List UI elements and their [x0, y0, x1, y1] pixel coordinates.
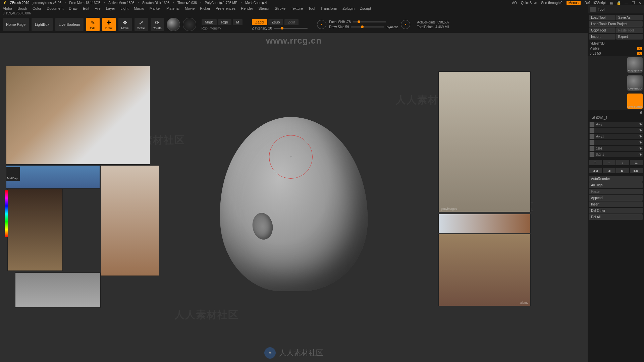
- draw-size-control[interactable]: [401, 20, 410, 29]
- menu-marker[interactable]: Marker: [150, 6, 161, 10]
- nav-prev-button[interactable]: ◀: [603, 168, 616, 173]
- reference-image-1[interactable]: [6, 66, 150, 165]
- focal-shift-control[interactable]: [317, 20, 326, 29]
- export-button[interactable]: Export: [616, 34, 643, 40]
- paste-tool-button[interactable]: Paste Tool: [616, 27, 643, 33]
- menu-color[interactable]: Color: [33, 6, 41, 10]
- load-from-project-button[interactable]: Load Tools From Project: [589, 21, 643, 27]
- menu-draw[interactable]: Draw: [69, 6, 77, 10]
- reference-image-6[interactable]: gettyimages: [438, 71, 531, 212]
- menu-movie[interactable]: Movie: [185, 6, 195, 10]
- move-up-all-button[interactable]: ⇈: [589, 160, 602, 165]
- matcap-thumbnail[interactable]: MatCap: [6, 167, 20, 181]
- quicksave-button[interactable]: QuickSave: [521, 1, 537, 5]
- menu-alpha[interactable]: Alpha: [3, 6, 12, 10]
- subtool-history-row[interactable]: story👁: [589, 122, 643, 127]
- seethrough-slider[interactable]: See-through 0: [541, 1, 562, 5]
- focal-shift-slider[interactable]: Focal Shift -78: [329, 20, 398, 24]
- subtool-item[interactable]: i-v6-02b1_1: [590, 116, 642, 120]
- default-zscript[interactable]: DefaultZScript: [585, 1, 606, 5]
- nav-prev-all-button[interactable]: ◀◀: [589, 168, 602, 173]
- load-tool-button[interactable]: Load Tool: [589, 15, 615, 20]
- paste-button[interactable]: Paste: [589, 189, 643, 194]
- menu-texture[interactable]: Texture: [291, 6, 303, 10]
- draw-mode-button[interactable]: ✚Draw: [102, 18, 116, 31]
- home-page-button[interactable]: Home Page: [3, 18, 29, 31]
- subtool-history-row[interactable]: 👁: [589, 128, 643, 133]
- visible-toggle[interactable]: Visible: [590, 47, 636, 50]
- menu-file[interactable]: File: [95, 6, 101, 10]
- del-all-button[interactable]: Del All: [589, 214, 643, 220]
- m-button[interactable]: M: [233, 19, 243, 25]
- menus-toggle[interactable]: Menus: [567, 1, 581, 5]
- all-high-button[interactable]: All High: [589, 182, 643, 188]
- reference-image-4[interactable]: [101, 165, 159, 276]
- zadd-button[interactable]: Zadd: [252, 19, 267, 25]
- reference-image-5[interactable]: [15, 273, 101, 308]
- perspective-button[interactable]: [183, 18, 196, 31]
- scale-mode-button[interactable]: ⤢Scale: [135, 18, 148, 31]
- zcut-button[interactable]: Zcut: [284, 19, 298, 25]
- live-boolean-button[interactable]: Live Boolean: [55, 18, 84, 31]
- menu-material[interactable]: Material: [166, 6, 179, 10]
- auto-reorder-button[interactable]: AutoReorder: [589, 176, 643, 182]
- minimize-icon[interactable]: —: [625, 1, 628, 5]
- eye-icon[interactable]: 👁: [639, 153, 642, 157]
- move-down-button[interactable]: ↓: [616, 160, 629, 165]
- color-picker-strip[interactable]: [5, 190, 8, 237]
- insert-button[interactable]: Insert: [589, 201, 643, 207]
- rgb-button[interactable]: Rgb: [218, 19, 231, 25]
- r-button-2[interactable]: R: [637, 52, 642, 55]
- eye-icon[interactable]: 👁: [639, 147, 642, 150]
- tool-preview-simplebrush[interactable]: SimpleBrush: [627, 94, 643, 109]
- menu-light[interactable]: Light: [120, 6, 128, 10]
- tool-preview-polysphere[interactable]: PolySphere: [627, 57, 643, 73]
- lightbox-button[interactable]: LightBox: [32, 18, 53, 31]
- subtool-history-row[interactable]: story1👁: [589, 134, 643, 139]
- menu-picker[interactable]: Picker: [200, 6, 210, 10]
- reference-image-7[interactable]: [438, 214, 531, 233]
- append-button[interactable]: Append: [589, 195, 643, 201]
- rotate-mode-button[interactable]: ⟳Rotate: [151, 18, 164, 31]
- nav-next-all-button[interactable]: ▶▶: [630, 168, 643, 173]
- eye-icon[interactable]: 👁: [639, 129, 642, 132]
- r-button[interactable]: R: [637, 47, 642, 50]
- zsub-button[interactable]: Zsub: [268, 19, 283, 25]
- z-intensity-slider[interactable]: Z Intensity 20: [252, 26, 308, 30]
- nav-next-button[interactable]: ▶: [616, 168, 629, 173]
- eye-icon[interactable]: 👁: [639, 123, 642, 126]
- eye-icon[interactable]: 👁: [639, 135, 642, 138]
- memory-slider[interactable]: ory1 50: [590, 52, 636, 55]
- move-mode-button[interactable]: ✥Move: [118, 18, 132, 31]
- menu-preferences[interactable]: Preferences: [216, 6, 235, 10]
- menu-render[interactable]: Render: [241, 6, 253, 10]
- eye-icon[interactable]: 👁: [639, 141, 642, 144]
- reference-image-2[interactable]: [6, 165, 100, 189]
- save-as-button[interactable]: Save As: [616, 15, 643, 20]
- tool-preview-cylinder[interactable]: Cylinder3D: [627, 75, 643, 91]
- move-up-button[interactable]: ↑: [603, 160, 616, 165]
- menu-stroke[interactable]: Stroke: [275, 6, 285, 10]
- menu-macro[interactable]: Macro: [134, 6, 144, 10]
- edit-mode-button[interactable]: ✎Edit: [86, 18, 100, 31]
- lock-icon[interactable]: 🔒: [616, 1, 621, 5]
- menu-stencil[interactable]: Stencil: [258, 6, 269, 10]
- move-down-all-button[interactable]: ⇊: [630, 160, 643, 165]
- menu-transform[interactable]: Transform: [320, 6, 337, 10]
- menu-layer[interactable]: Layer: [106, 6, 115, 10]
- draw-size-slider[interactable]: Draw Size 59 Dynamic: [329, 25, 398, 29]
- reference-image-8[interactable]: alamy: [438, 234, 531, 306]
- menu-document[interactable]: Document: [47, 6, 63, 10]
- reference-image-3[interactable]: [7, 189, 63, 271]
- subtool-history-row[interactable]: 2b2_1👁: [589, 152, 643, 157]
- rgb-intensity-label[interactable]: Rgb Intensity: [202, 26, 243, 30]
- menu-zplugin[interactable]: Zplugin: [342, 6, 355, 10]
- sculpt-viewport[interactable]: www.rrcg.cn 人人素材社区 人人素材社区 人人素材社区 人人素材社区 …: [0, 33, 588, 362]
- copy-tool-button[interactable]: Copy Tool: [589, 27, 615, 33]
- window-icon[interactable]: ▦: [610, 1, 613, 5]
- material-preview[interactable]: [167, 18, 180, 31]
- menu-tool[interactable]: Tool: [308, 6, 315, 10]
- mrgb-button[interactable]: Mrgb: [202, 19, 217, 25]
- del-other-button[interactable]: Del Other: [589, 208, 643, 214]
- import-button[interactable]: Import: [589, 34, 615, 40]
